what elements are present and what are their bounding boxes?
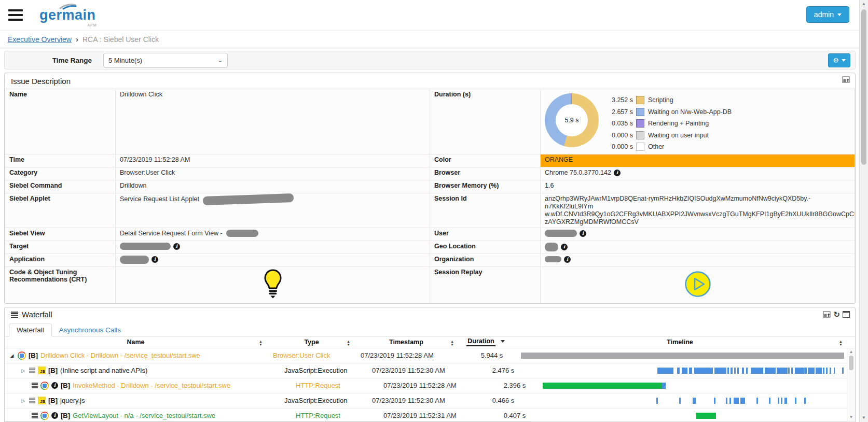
timeline-bar (734, 398, 739, 404)
timeline-bar (714, 368, 726, 374)
waterfall-row[interactable]: ▷JS[B]jquery.jsJavaScript:Execution07/23… (5, 393, 855, 409)
crt-lightbulb-icon[interactable] (264, 269, 282, 299)
info-icon[interactable]: i (614, 170, 621, 176)
settings-gear-button[interactable]: ⚙ (828, 53, 850, 67)
timeline-bar (751, 368, 763, 374)
donut-center-label: 5.9 s (564, 117, 578, 124)
timeline-bar (830, 368, 832, 374)
browser-prefix: [B] (61, 382, 70, 389)
info-icon[interactable]: i (51, 382, 58, 389)
timeline-bar (693, 398, 695, 404)
timeline-bar (543, 383, 662, 389)
export-image-icon[interactable] (842, 76, 850, 83)
redacted-text (545, 230, 577, 237)
row-name-cell: i[B]InvokeMethod - Drilldown - /service_… (5, 382, 294, 390)
scrollbar-thumb[interactable] (849, 356, 853, 370)
info-icon[interactable]: i (564, 256, 571, 263)
collapse-caret-icon[interactable]: ◢ (9, 353, 15, 358)
admin-label: admin (814, 10, 834, 19)
breadcrumb-link-executive-overview[interactable]: Executive Overview (8, 35, 72, 44)
time-range-bar: Time Range 5 Minute(s) ⌄ ⚙ (4, 51, 856, 69)
field-label-organization: Organization (430, 254, 541, 266)
scroll-up-icon[interactable]: ▲ (849, 348, 853, 356)
hamburger-menu-icon[interactable] (8, 7, 23, 23)
field-value-geo-location: i (541, 241, 855, 254)
timeline-bar (781, 398, 782, 404)
scrollbar-thumb[interactable] (861, 9, 866, 165)
waterfall-row[interactable]: ▷JS[B](Inline script and native APIs)Jav… (5, 363, 855, 378)
row-name: jquery.js (60, 397, 85, 404)
admin-menu-button[interactable]: admin (806, 6, 849, 23)
info-icon[interactable]: i (580, 230, 586, 237)
column-header-duration[interactable]: Duration (458, 337, 513, 346)
scroll-down-icon[interactable]: ▼ (849, 414, 853, 421)
page-scrollbar[interactable]: ▲ ▼ (859, 0, 868, 422)
legend-value: 3.252 s (608, 96, 633, 104)
waterfall-vertical-scrollbar[interactable]: ▲ ▼ (847, 348, 855, 421)
column-header-timestamp[interactable]: Timestamp ▲▼ (354, 339, 458, 346)
legend-value: 0.000 s (608, 143, 633, 150)
timeline-bar (795, 368, 805, 374)
waterfall-panel: Waterfall ↻ Waterfall Asynchronous Calls… (4, 307, 856, 422)
logo-subtext: APM (87, 23, 97, 27)
scroll-down-icon[interactable]: ▼ (860, 414, 868, 422)
refresh-icon[interactable]: ↻ (833, 311, 840, 318)
redacted-text (203, 193, 294, 205)
expand-caret-icon[interactable]: ▷ (20, 368, 26, 373)
timeline-bar (679, 398, 680, 404)
column-header-timeline[interactable]: Timeline ▲▼ (513, 339, 847, 346)
sort-icon[interactable]: ▲▼ (839, 340, 843, 346)
info-icon[interactable]: i (51, 412, 58, 419)
timeline-bar (714, 398, 715, 404)
sort-icon[interactable]: ▲▼ (347, 340, 350, 346)
waterfall-row[interactable]: i[B]GetViewLayout - n/a - /service_testo… (5, 409, 855, 422)
session-replay-play-button[interactable] (684, 271, 711, 298)
column-header-type[interactable]: Type ▲▼ (267, 339, 354, 346)
waterfall-row[interactable]: i[B]InvokeMethod - Drilldown - /service_… (5, 378, 855, 393)
time-range-select[interactable]: 5 Minute(s) ⌄ (103, 53, 228, 68)
chevron-down-icon (842, 59, 846, 62)
waterfall-row[interactable]: ◢[B]Drilldown Click - Drilldown - /servi… (5, 348, 855, 363)
list-icon (32, 383, 38, 388)
field-value-time: 07/23/2019 11:52:28 AM (116, 154, 430, 167)
scroll-up-icon[interactable]: ▲ (860, 0, 868, 8)
tab-waterfall[interactable]: Waterfall (9, 323, 52, 336)
sort-icon[interactable]: ▲▼ (259, 340, 263, 346)
timeline-bar (734, 368, 736, 374)
row-timeline (542, 378, 847, 393)
field-value-user: i (541, 228, 855, 241)
expand-caret-icon[interactable]: ▷ (20, 398, 26, 403)
row-name-cell: ▷JS[B](Inline script and native APIs) (5, 367, 282, 374)
duration-chart-cell: 5.9 s 3.252 sScripting2.657 sWaiting on … (541, 89, 855, 154)
field-value-organization: i (541, 254, 855, 266)
duration-donut-chart: 5.9 s (545, 93, 599, 147)
browser-prefix: [B] (61, 412, 70, 419)
row-timeline (531, 363, 847, 378)
sort-desc-icon[interactable] (501, 340, 505, 343)
timeline-bar (696, 413, 716, 419)
breadcrumb: Executive Overview › RCA : Siebel User C… (0, 30, 860, 48)
legend-swatch-icon (636, 131, 644, 139)
info-icon[interactable]: i (151, 256, 158, 263)
info-icon[interactable]: i (173, 243, 180, 250)
legend-item: 3.252 sScripting (608, 94, 732, 106)
window-expand-icon[interactable] (843, 311, 850, 318)
timeline-bar (727, 368, 729, 374)
field-label-geo-location: Geo Location (430, 241, 541, 254)
export-image-icon[interactable] (823, 311, 831, 318)
row-name-cell: ▷JS[B]jquery.js (5, 397, 282, 404)
javascript-icon: JS (38, 367, 46, 374)
column-header-name[interactable]: Name ▲▼ (5, 339, 267, 346)
field-value-siebel-applet: Service Request List Applet (116, 193, 430, 228)
info-icon[interactable]: i (561, 244, 568, 250)
tab-asynchronous-calls[interactable]: Asynchronous Calls (52, 324, 128, 336)
field-value-application: i (116, 254, 430, 266)
field-label-color: Color (430, 154, 541, 167)
time-range-label: Time Range (5, 57, 92, 64)
chevron-down-icon: ⌄ (218, 57, 223, 64)
timeline-bar (816, 368, 822, 374)
sort-icon[interactable]: ▲▼ (450, 340, 454, 346)
row-timestamp: 07/23/2019 11:52:30 AM (370, 397, 476, 404)
field-label-browser-memory: Browser Memory (%) (430, 180, 541, 193)
row-name: Drilldown Click - Drilldown - /service_t… (40, 351, 200, 359)
